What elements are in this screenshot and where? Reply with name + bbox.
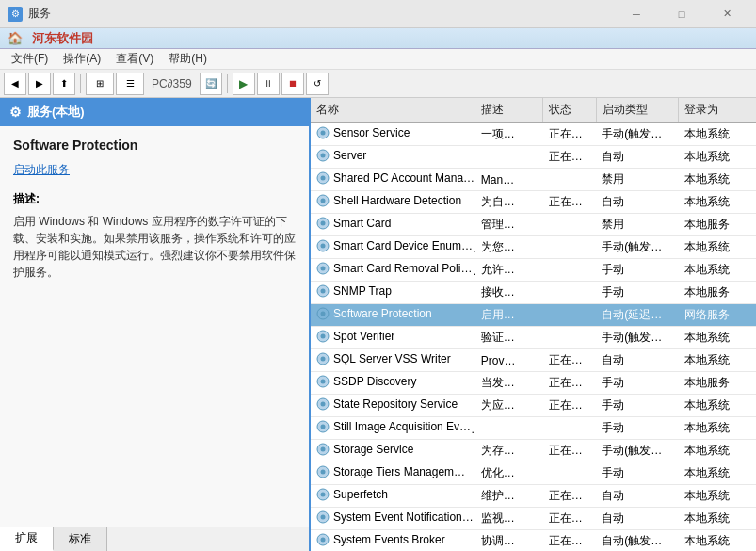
service-desc-cell (475, 146, 543, 169)
table-row[interactable]: SQL Server VSS WriterProv…正在…自动本地系统 (311, 349, 756, 372)
service-starttype-cell: 手动 (596, 417, 678, 440)
col-header-desc[interactable]: 描述 (475, 98, 543, 122)
table-row[interactable]: System Events Broker协调…正在…自动(触发…本地系统 (311, 530, 756, 552)
col-header-name[interactable]: 名称 (311, 98, 475, 122)
toolbar-list[interactable]: ☰ (116, 73, 144, 95)
table-row[interactable]: Shared PC Account Mana…Man…禁用本地系统 (311, 169, 756, 191)
service-status-cell: 正在… (543, 485, 597, 508)
service-name-cell: System Event Notification… (311, 508, 475, 530)
menu-help[interactable]: 帮助(H) (161, 49, 215, 69)
close-button[interactable]: ✕ (705, 0, 748, 28)
service-name-cell: Spot Verifier (311, 327, 475, 349)
service-starttype-cell: 手动(触发… (596, 440, 678, 462)
table-row[interactable]: Still Image Acquisition Ev…手动本地系统 (311, 417, 756, 440)
watermark-label: 河东软件园 (32, 30, 93, 47)
toolbar-restart[interactable]: ↺ (306, 73, 329, 95)
service-login-cell: 本地系统 (679, 395, 756, 417)
service-starttype-cell: 自动 (596, 485, 678, 508)
service-starttype-cell: 禁用 (596, 214, 678, 236)
menu-file[interactable]: 文件(F) (4, 49, 56, 69)
table-row[interactable]: Storage Tiers Managem…优化…手动本地系统 (311, 462, 756, 485)
service-name-cell: Smart Card (311, 214, 475, 236)
toolbar-up[interactable]: ⬆ (53, 73, 75, 95)
service-desc-cell: 一项… (475, 122, 543, 146)
service-desc-cell: 为应… (475, 395, 543, 417)
col-header-starttype[interactable]: 启动类型 (596, 98, 678, 122)
table-row[interactable]: Storage Service为存…正在…手动(触发…本地系统 (311, 440, 756, 462)
service-login-cell: 本地系统 (679, 440, 756, 462)
service-name-cell: Superfetch (311, 485, 475, 508)
table-row[interactable]: Superfetch维护…正在…自动本地系统 (311, 485, 756, 508)
table-row[interactable]: Smart Card管理…禁用本地服务 (311, 214, 756, 236)
table-row[interactable]: System Event Notification…监视…正在…自动本地系统 (311, 508, 756, 530)
service-status-cell: 正在… (543, 349, 597, 372)
table-row[interactable]: Sensor Service一项…正在…手动(触发…本地系统 (311, 122, 756, 146)
left-panel-content: Software Protection 启动此服务 描述: 启用 Windows… (0, 126, 309, 527)
tab-extend[interactable]: 扩展 (0, 527, 54, 551)
maximize-button[interactable]: □ (660, 0, 703, 28)
toolbar-refresh[interactable]: 🔄 (200, 73, 222, 95)
service-status-cell: 正在… (543, 530, 597, 552)
service-name-cell: Shell Hardware Detection (311, 191, 475, 214)
start-service-link[interactable]: 启动此服务 (13, 162, 70, 178)
toolbar-pause[interactable]: ⏸ (257, 73, 280, 95)
left-panel-header: ⚙ 服务(本地) (0, 98, 309, 126)
table-row[interactable]: SNMP Trap接收…手动本地服务 (311, 282, 756, 304)
toolbar-forward[interactable]: ▶ (28, 73, 51, 95)
service-starttype-cell: 自动 (596, 349, 678, 372)
menu-action[interactable]: 操作(A) (56, 49, 108, 69)
svg-point-17 (321, 312, 326, 316)
service-login-cell: 网络服务 (679, 304, 756, 327)
service-status-cell (543, 327, 597, 349)
table-row[interactable]: SSDP Discovery当发…正在…手动本地服务 (311, 372, 756, 395)
service-desc-cell: Man… (475, 169, 543, 191)
left-panel-title: 服务(本地) (27, 104, 85, 121)
tab-standard[interactable]: 标准 (54, 527, 107, 551)
service-starttype-cell: 手动 (596, 395, 678, 417)
service-starttype-cell: 手动 (596, 259, 678, 282)
col-header-login[interactable]: 登录为 (679, 98, 756, 122)
svg-point-7 (321, 199, 326, 203)
table-row[interactable]: Smart Card Removal Poli…允许…手动本地系统 (311, 259, 756, 282)
service-desc-cell: 为存… (475, 440, 543, 462)
toolbar-separator-1 (80, 74, 81, 93)
table-row[interactable]: Spot Verifier验证…手动(触发…本地系统 (311, 327, 756, 349)
service-desc-cell: 启用… (475, 304, 543, 327)
menu-view[interactable]: 查看(V) (108, 49, 161, 69)
table-row[interactable]: Software Protection启用…自动(延迟…网络服务 (311, 304, 756, 327)
service-name-cell: Smart Card Removal Poli… (311, 259, 475, 282)
service-name-cell: Software Protection (311, 304, 475, 327)
toolbar-stop[interactable]: ⏹ (281, 73, 304, 95)
window-title: 服务 (28, 6, 615, 22)
table-row[interactable]: Server正在…自动本地系统 (311, 146, 756, 169)
minimize-button[interactable]: ─ (615, 0, 658, 28)
service-desc-cell: 接收… (475, 282, 543, 304)
col-header-status[interactable]: 状态 (543, 98, 597, 122)
svg-point-5 (321, 176, 326, 181)
menu-bar: 文件(F) 操作(A) 查看(V) 帮助(H) (0, 49, 756, 70)
services-table-wrapper[interactable]: 名称 描述 状态 启动类型 登录为 Sensor Service一项…正在…手动… (311, 98, 756, 551)
services-tbody: Sensor Service一项…正在…手动(触发…本地系统 Server正在…… (311, 122, 756, 551)
toolbar-back[interactable]: ◀ (4, 73, 26, 95)
service-login-cell: 本地服务 (679, 372, 756, 395)
table-row[interactable]: State Repository Service为应…正在…手动本地系统 (311, 395, 756, 417)
table-row[interactable]: Shell Hardware Detection为自…正在…自动本地系统 (311, 191, 756, 214)
toolbar-start[interactable]: ▶ (233, 73, 255, 95)
svg-point-27 (321, 425, 326, 429)
service-status-cell (543, 236, 597, 259)
service-desc-cell: 允许… (475, 259, 543, 282)
service-starttype-cell: 自动(触发… (596, 530, 678, 552)
service-desc-cell: 验证… (475, 327, 543, 349)
toolbar-path-label: PC∂359 (146, 77, 198, 90)
service-starttype-cell: 手动 (596, 282, 678, 304)
service-name-cell: State Repository Service (311, 395, 475, 417)
svg-point-25 (321, 402, 326, 407)
service-desc-cell: 协调… (475, 530, 543, 552)
toolbar: ◀ ▶ ⬆ ⊞ ☰ PC∂359 🔄 ▶ ⏸ ⏹ ↺ (0, 70, 756, 98)
toolbar-show[interactable]: ⊞ (86, 73, 114, 95)
left-panel: ⚙ 服务(本地) Software Protection 启动此服务 描述: 启… (0, 98, 311, 551)
service-login-cell: 本地系统 (679, 327, 756, 349)
table-row[interactable]: Smart Card Device Enum…为您…手动(触发…本地系统 (311, 236, 756, 259)
window-controls: ─ □ ✕ (615, 0, 748, 28)
service-desc-cell: 监视… (475, 508, 543, 530)
